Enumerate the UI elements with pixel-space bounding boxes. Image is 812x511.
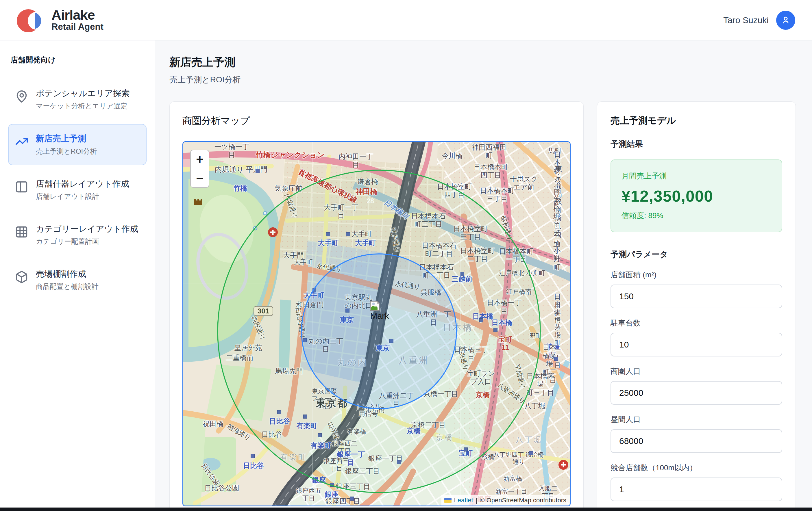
param-field-2: 駐車台数: [611, 318, 782, 357]
param-label: 店舗面積 (m²): [611, 270, 782, 280]
param-label: 競合店舗数（100m以内）: [611, 463, 782, 473]
map-pin-icon: [15, 90, 28, 103]
ukraine-flag-icon: [444, 498, 452, 503]
sidebar-item-1[interactable]: ポテンシャルエリア探索マーケット分析とエリア選定: [8, 79, 147, 120]
map-card-title: 商圏分析マップ: [182, 114, 571, 127]
panel-title: 売上予測モデル: [611, 114, 782, 127]
layout-icon: [15, 180, 28, 193]
window-bottom-edge: [0, 508, 812, 511]
sidebar-item-sublabel: 売上予測とROI分析: [36, 147, 97, 156]
param-label: 商圏人口: [611, 366, 782, 377]
param-label: 駐車台数: [611, 318, 782, 328]
forecast-result-box: 月間売上予測 ¥12,350,000 信頼度: 89%: [611, 159, 782, 232]
param-input-1[interactable]: [611, 284, 782, 308]
param-field-3: 商圏人口: [611, 366, 782, 405]
sidebar-item-label: ポテンシャルエリア探索: [36, 88, 130, 98]
logo-title: Airlake: [52, 8, 104, 22]
zoom-out-button[interactable]: −: [191, 169, 209, 187]
map-marker-alt-text: Mark: [370, 311, 389, 321]
zoom-in-button[interactable]: +: [191, 150, 209, 169]
sidebar-item-2[interactable]: 新店売上予測売上予測とROI分析: [8, 124, 147, 165]
page-subtitle: 売上予測とROI分析: [169, 74, 801, 85]
user-name: Taro Suzuki: [723, 15, 768, 25]
sidebar-item-label: 新店売上予測: [36, 133, 97, 144]
page-title: 新店売上予測: [169, 55, 801, 70]
leaflet-map[interactable]: 一ツ橋一丁 目竹橋ジャンクション内堀通り 平川門首都高速都心環状線神田橋28内神…: [182, 141, 571, 506]
forecast-panel: 売上予測モデル 予測結果 月間売上予測 ¥12,350,000 信頼度: 89%…: [597, 101, 796, 511]
user-icon: [781, 15, 791, 25]
param-field-5: 競合店舗数（100m以内）: [611, 463, 782, 501]
app-logo: Airlake Retail Agent: [17, 6, 104, 35]
trending-up-icon: [15, 135, 28, 148]
param-input-4[interactable]: [611, 429, 782, 453]
param-field-1: 店舗面積 (m²): [611, 270, 782, 308]
sidebar-item-label: カテゴリーレイアウト作成: [36, 223, 138, 234]
sidebar-item-label: 店舗什器レイアウト作成: [36, 179, 129, 189]
sidebar-item-sublabel: 店舗レイアウト設計: [36, 192, 129, 201]
inner-trade-area-circle: [301, 254, 457, 409]
confidence-text: 信頼度: 89%: [621, 211, 771, 221]
monthly-forecast-amount: ¥12,350,000: [621, 187, 771, 205]
main-content: 新店売上予測 売上予測とROI分析 商圏分析マップ: [155, 40, 812, 511]
sidebar-item-sublabel: 商品配置と棚割設計: [36, 282, 98, 291]
sidebar-section-label: 店舗開発向け: [10, 55, 147, 65]
sidebar-item-4[interactable]: カテゴリーレイアウト作成カテゴリー配置計画: [8, 214, 147, 256]
logo-subtitle: Retail Agent: [52, 22, 104, 32]
param-input-5[interactable]: [611, 478, 782, 501]
sidebar: 店舗開発向け ポテンシャルエリア探索マーケット分析とエリア選定新店売上予測売上予…: [0, 40, 155, 511]
param-label: 昼間人口: [611, 415, 782, 425]
map-attribution: Leaflet | © OpenStreetMap contributors: [441, 495, 570, 506]
app-header: Airlake Retail Agent Taro Suzuki: [0, 0, 812, 40]
sidebar-item-5[interactable]: 売場棚割作成商品配置と棚割設計: [8, 260, 147, 300]
params-section-title: 予測パラメータ: [611, 249, 782, 260]
attribution-separator: |: [476, 497, 477, 504]
map-marker-broken-image-icon[interactable]: [370, 301, 380, 311]
param-input-3[interactable]: [611, 381, 782, 405]
trade-area-circles: [183, 142, 571, 506]
user-avatar[interactable]: [776, 11, 795, 30]
monthly-forecast-label: 月間売上予測: [621, 171, 771, 181]
sidebar-item-sublabel: マーケット分析とエリア選定: [36, 101, 130, 111]
airlake-logo-icon: [17, 6, 46, 35]
osm-attribution-text: © OpenStreetMap contributors: [480, 497, 566, 504]
sidebar-item-sublabel: カテゴリー配置計画: [36, 237, 138, 246]
param-input-2[interactable]: [611, 333, 782, 357]
trade-area-map-card: 商圏分析マップ: [169, 101, 584, 511]
param-field-4: 昼間人口: [611, 415, 782, 453]
sidebar-item-label: 売場棚割作成: [36, 269, 98, 279]
grid-icon: [15, 225, 28, 239]
map-zoom-control: + −: [190, 150, 209, 188]
leaflet-link[interactable]: Leaflet: [454, 497, 473, 504]
result-section-title: 予測結果: [611, 139, 782, 150]
sidebar-item-3[interactable]: 店舗什器レイアウト作成店舗レイアウト設計: [8, 169, 147, 210]
package-icon: [15, 270, 28, 284]
